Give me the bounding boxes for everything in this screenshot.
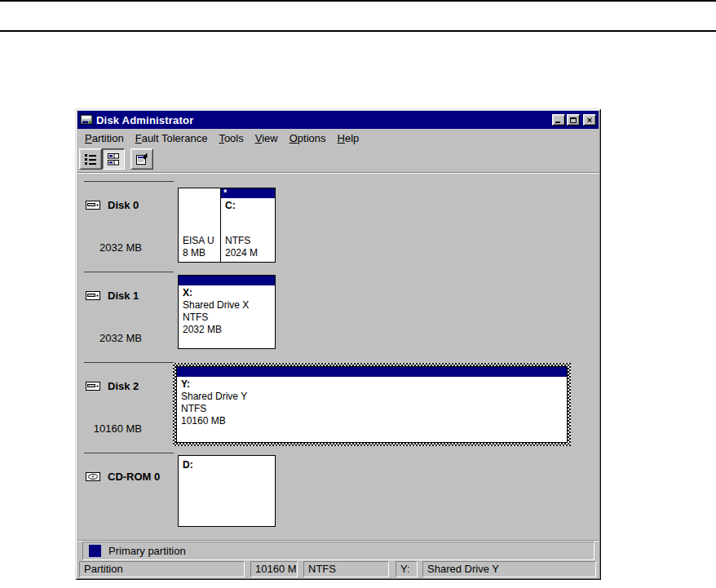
- legend-list-icon: [84, 153, 97, 166]
- row-separator: [84, 453, 174, 453]
- partition-disk0-c[interactable]: * C: NTFS 2024 M: [220, 188, 276, 263]
- maximize-button[interactable]: [567, 114, 580, 126]
- device-name: CD-ROM 0: [108, 471, 160, 483]
- partition-label: EISA U: [183, 235, 214, 247]
- primary-partition-bar: [177, 367, 567, 377]
- properties-icon: [135, 153, 148, 166]
- partition-disk2-y-selected[interactable]: Y: Shared Drive Y NTFS 10160 MB: [176, 366, 568, 443]
- disk-0-size: 2032 MB: [86, 241, 142, 254]
- toolbar: [77, 147, 599, 173]
- active-partition-marker: *: [223, 188, 227, 197]
- partition-disk1-x[interactable]: X: Shared Drive X NTFS 2032 MB: [178, 275, 276, 349]
- close-icon: ×: [587, 116, 592, 124]
- drive-letter: D:: [179, 456, 275, 471]
- device-name: Disk 2: [108, 380, 139, 392]
- disk-administrator-window: Disk Administrator × Partition Fault Tol…: [75, 108, 601, 580]
- status-drive-letter: Y:: [396, 561, 418, 577]
- hard-disk-icon: [86, 291, 100, 300]
- partition-cdrom-d[interactable]: D:: [178, 455, 276, 527]
- status-bar: Partition 10160 MB NTFS Y: Shared Drive …: [77, 560, 599, 578]
- device-name: Disk 0: [108, 199, 139, 211]
- minimize-button[interactable]: [552, 114, 565, 126]
- legend-bar: Primary partition: [82, 542, 594, 560]
- menu-tools[interactable]: Tools: [213, 130, 249, 146]
- menu-partition[interactable]: Partition: [79, 130, 130, 146]
- maximize-icon: [570, 117, 577, 123]
- disk-0-label: Disk 0: [86, 198, 139, 211]
- partition-text: Y: Shared Drive Y NTFS 10160 MB: [177, 377, 567, 427]
- hard-disk-icon: [86, 201, 100, 210]
- partition-text: EISA U 8 MB: [183, 235, 214, 259]
- page-top-rule: [0, 0, 716, 2]
- primary-partition-bar: [179, 276, 275, 285]
- cdrom-0-label: CD-ROM 0: [86, 470, 160, 483]
- menu-view[interactable]: View: [250, 130, 284, 146]
- partition-size: 8 MB: [183, 247, 214, 259]
- disk-2-size: 10160 MB: [86, 422, 142, 435]
- properties-button[interactable]: [130, 148, 153, 170]
- selection-border: Y: Shared Drive Y NTFS 10160 MB: [173, 363, 571, 446]
- window-title: Disk Administrator: [96, 114, 550, 126]
- drive-letter: X:: [183, 287, 275, 299]
- status-filesystem: NTFS: [303, 561, 389, 577]
- status-object-type: Partition: [79, 561, 245, 577]
- status-volume-label: Shared Drive Y: [422, 561, 596, 577]
- titlebar[interactable]: Disk Administrator ×: [77, 111, 599, 129]
- partition-size: 10160 MB: [181, 415, 567, 427]
- disk-regions-view-button[interactable]: [102, 148, 125, 170]
- cdrom-icon: [86, 472, 100, 481]
- partition-disk0-eisa[interactable]: EISA U 8 MB: [178, 188, 221, 263]
- volume-label: Shared Drive X: [183, 299, 275, 312]
- filesystem: NTFS: [181, 403, 567, 415]
- device-name: Disk 1: [108, 290, 139, 302]
- disk-1-label: Disk 1: [86, 289, 139, 302]
- primary-partition-swatch: [89, 545, 101, 557]
- partition-text: NTFS 2024 M: [225, 235, 258, 259]
- row-separator: [84, 272, 174, 272]
- menu-help[interactable]: Help: [332, 130, 365, 146]
- disk-regions-icon: [107, 153, 120, 166]
- disk-2-label: Disk 2: [86, 379, 139, 392]
- partition-size: 2024 M: [225, 247, 258, 259]
- disk-1-size: 2032 MB: [86, 332, 142, 344]
- disk-administrator-icon[interactable]: [80, 113, 93, 126]
- close-button[interactable]: ×: [583, 114, 596, 126]
- status-size: 10160 MB: [250, 561, 298, 577]
- drive-letter: C:: [221, 198, 275, 212]
- minimize-icon: [555, 122, 560, 123]
- row-separator: [84, 181, 174, 182]
- row-separator: [84, 362, 174, 363]
- menubar: Partition Fault Tolerance Tools View Opt…: [77, 129, 599, 147]
- legend-label: Primary partition: [108, 545, 186, 557]
- legend-list-view-button[interactable]: [79, 148, 102, 170]
- partition-text: X: Shared Drive X NTFS 2032 MB: [179, 285, 275, 336]
- menu-fault-tolerance[interactable]: Fault Tolerance: [130, 130, 214, 146]
- volume-label: Shared Drive Y: [181, 391, 567, 403]
- filesystem: NTFS: [225, 235, 258, 247]
- filesystem: NTFS: [183, 312, 275, 324]
- page-header-rule: [0, 30, 716, 32]
- hard-disk-icon: [86, 382, 100, 391]
- drive-letter: Y:: [181, 378, 567, 391]
- partition-size: 2032 MB: [183, 324, 275, 336]
- primary-partition-bar: *: [221, 188, 275, 198]
- menu-options[interactable]: Options: [284, 130, 332, 146]
- legend-separator: [77, 540, 599, 541]
